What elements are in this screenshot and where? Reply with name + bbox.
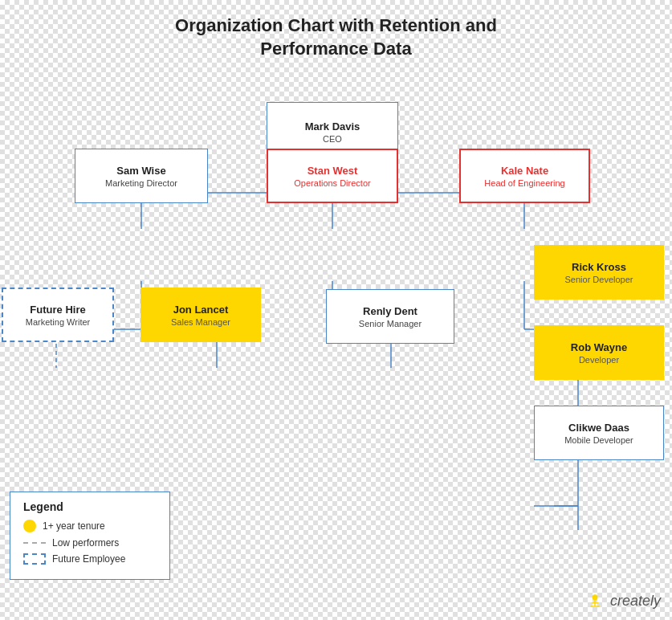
low-perf-icon xyxy=(23,542,46,544)
future-icon xyxy=(23,553,46,565)
kale-nate-name: Kale Nate xyxy=(501,165,548,177)
jon-lancet-role: Sales Manager xyxy=(171,317,230,327)
future-hire-name: Future Hire xyxy=(30,304,85,316)
rick-kross-box[interactable]: Rick Kross Senior Developer xyxy=(534,245,664,300)
legend-item-future: Future Employee xyxy=(23,553,157,565)
clikwe-daas-role: Mobile Developer xyxy=(564,435,633,445)
stan-west-role: Operations Director xyxy=(294,178,370,188)
low-perf-label: Low performers xyxy=(52,537,119,549)
future-label: Future Employee xyxy=(52,553,125,565)
svg-point-22 xyxy=(592,594,597,600)
rick-kross-name: Rick Kross xyxy=(572,261,626,273)
tenure-label: 1+ year tenure xyxy=(43,520,105,532)
renly-dent-name: Renly Dent xyxy=(363,305,417,317)
jon-lancet-name: Jon Lancet xyxy=(173,304,229,316)
jon-lancet-box[interactable]: Jon Lancet Sales Manager xyxy=(141,288,261,342)
future-hire-role: Marketing Writer xyxy=(26,317,90,327)
clikwe-daas-name: Clikwe Daas xyxy=(568,422,629,434)
watermark: creately xyxy=(584,589,661,612)
legend-item-low-perf: Low performers xyxy=(23,537,157,549)
stan-west-name: Stan West xyxy=(307,165,358,177)
mark-davis-name: Mark Davis xyxy=(305,120,360,133)
page-title: Organization Chart with Retention andPer… xyxy=(0,0,672,68)
rob-wayne-name: Rob Wayne xyxy=(571,341,627,353)
future-hire-box[interactable]: Future Hire Marketing Writer xyxy=(2,288,114,342)
rick-kross-role: Senior Developer xyxy=(565,275,633,284)
kale-nate-role: Head of Engineering xyxy=(484,178,564,188)
sam-wise-name: Sam Wise xyxy=(116,165,165,177)
renly-dent-role: Senior Manager xyxy=(359,319,422,328)
renly-dent-box[interactable]: Renly Dent Senior Manager xyxy=(326,289,454,344)
stan-west-box[interactable]: Stan West Operations Director xyxy=(267,149,398,203)
legend-title: Legend xyxy=(23,500,157,513)
legend-item-tenure: 1+ year tenure xyxy=(23,520,157,532)
tenure-icon xyxy=(23,520,36,532)
rob-wayne-role: Developer xyxy=(579,355,619,365)
legend-box: Legend 1+ year tenure Low performers Fut… xyxy=(10,492,170,580)
kale-nate-box[interactable]: Kale Nate Head of Engineering xyxy=(459,149,590,203)
creately-logo-icon xyxy=(584,589,606,612)
rob-wayne-box[interactable]: Rob Wayne Developer xyxy=(534,325,664,380)
sam-wise-box[interactable]: Sam Wise Marketing Director xyxy=(75,149,208,203)
clikwe-daas-box[interactable]: Clikwe Daas Mobile Developer xyxy=(534,406,664,460)
sam-wise-role: Marketing Director xyxy=(105,178,177,188)
mark-davis-role: CEO xyxy=(323,134,342,144)
creately-text: creately xyxy=(610,593,661,610)
